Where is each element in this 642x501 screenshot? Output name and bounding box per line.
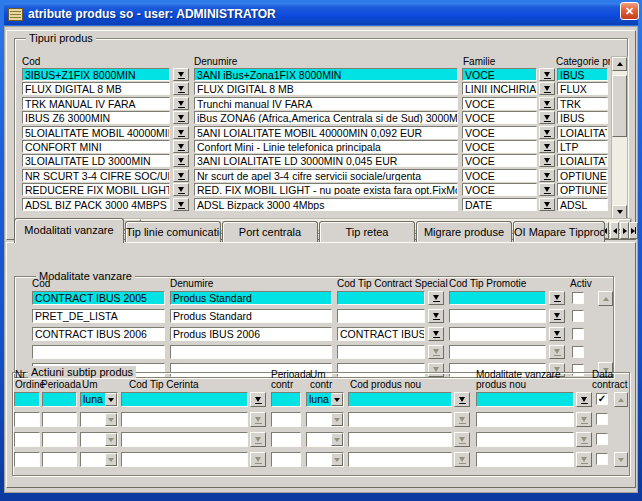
- perioada-contr-field[interactable]: [271, 412, 301, 427]
- modalitate-lov-button[interactable]: [576, 432, 592, 447]
- modalitate-lov-button[interactable]: [576, 452, 592, 467]
- um-contr-combobox[interactable]: luna: [306, 392, 344, 407]
- tab-modalitati-vanzare[interactable]: Modalitati vanzare: [14, 218, 124, 243]
- cod-field[interactable]: 3IBUS+Z1FIX 8000MIN: [22, 68, 170, 81]
- familie-field[interactable]: VOCE: [462, 126, 537, 139]
- modalitate-field[interactable]: [476, 432, 574, 447]
- contract-special-field[interactable]: CONTRACT IBUS: [337, 327, 425, 341]
- produs-nou-field[interactable]: [348, 392, 452, 407]
- cerinta-field[interactable]: [121, 432, 248, 447]
- cod-lov-button[interactable]: [173, 126, 189, 139]
- familie-field[interactable]: VOCE: [462, 183, 537, 196]
- familie-field[interactable]: VOCE: [462, 154, 537, 167]
- contract-special-field[interactable]: [337, 309, 425, 323]
- tab-oi-mapare-tipprod[interactable]: OI Mapare Tipprod: [513, 221, 605, 242]
- data-contract-checkbox[interactable]: [596, 433, 608, 445]
- combo-dropdown-button[interactable]: [105, 413, 117, 426]
- combo-dropdown-button[interactable]: [331, 453, 343, 466]
- nr-ordine-field[interactable]: [14, 392, 40, 407]
- categorie-field[interactable]: TRK: [557, 97, 608, 110]
- activ-checkbox[interactable]: [572, 328, 584, 340]
- familie-lov-button[interactable]: [539, 68, 555, 81]
- contract-lov-button[interactable]: [428, 327, 444, 341]
- combo-dropdown-button[interactable]: [331, 433, 343, 446]
- cerinta-field[interactable]: [121, 452, 248, 467]
- scroll-down-button[interactable]: [612, 205, 627, 219]
- scroll-up-button[interactable]: [612, 57, 627, 71]
- familie-field[interactable]: VOCE: [462, 97, 537, 110]
- um-combobox[interactable]: [80, 452, 118, 467]
- modalitate-field[interactable]: [476, 412, 574, 427]
- denumire-field[interactable]: ADSL Bizpack 3000 4Mbps: [194, 198, 458, 211]
- perioada-contr-field[interactable]: [271, 392, 301, 407]
- cod-field[interactable]: [32, 345, 165, 359]
- record-scroll-down-button[interactable]: [614, 452, 628, 467]
- categorie-field[interactable]: OPTIUNE: [557, 169, 608, 182]
- activ-checkbox[interactable]: [572, 310, 584, 322]
- denumire-field[interactable]: Confort Mini - Linie telefonica principa…: [194, 140, 458, 153]
- um-combobox[interactable]: [80, 412, 118, 427]
- um-contr-combobox[interactable]: [306, 412, 344, 427]
- combo-dropdown-button[interactable]: [331, 393, 343, 406]
- cod-field[interactable]: IBUS Z6 3000MIN: [22, 111, 170, 124]
- perioada-field[interactable]: [42, 452, 77, 467]
- scrollbar-thumb[interactable]: [612, 75, 627, 137]
- categorie-field[interactable]: IBUS: [557, 111, 608, 124]
- categorie-field[interactable]: FLUX: [557, 82, 608, 95]
- denumire-field[interactable]: FLUX DIGITAL 8 MB: [194, 82, 458, 95]
- cod-field[interactable]: REDUCERE FIX MOBIL LIGHT: [22, 183, 170, 196]
- data-contract-checkbox[interactable]: [596, 413, 608, 425]
- cod-lov-button[interactable]: [173, 183, 189, 196]
- combo-dropdown-button[interactable]: [331, 413, 343, 426]
- tab-tip-retea[interactable]: Tip retea: [319, 221, 415, 242]
- cod-field[interactable]: NR SCURT 3-4 CIFRE SOC/URG: [22, 169, 170, 182]
- promotie-lov-button[interactable]: [549, 291, 565, 305]
- denumire-field[interactable]: Produs Standard: [170, 291, 332, 305]
- familie-field[interactable]: VOCE: [462, 68, 537, 81]
- cod-field[interactable]: PRET_DE_LISTA: [32, 309, 165, 323]
- cod-lov-button[interactable]: [173, 82, 189, 95]
- categorie-field[interactable]: LOIALITATE: [557, 154, 608, 167]
- tab-scroll-prev-button[interactable]: [610, 222, 619, 239]
- familie-field[interactable]: VOCE: [462, 111, 537, 124]
- categorie-field[interactable]: LOIALITATE: [557, 126, 608, 139]
- contract-lov-button[interactable]: [428, 345, 444, 359]
- nr-ordine-field[interactable]: [14, 432, 40, 447]
- cod-lov-button[interactable]: [173, 198, 189, 211]
- cod-field[interactable]: FLUX DIGITAL 8 MB: [22, 82, 170, 95]
- perioada-contr-field[interactable]: [271, 432, 301, 447]
- familie-field[interactable]: DATE: [462, 198, 537, 211]
- cod-field[interactable]: CONTRACT IBUS 2006: [32, 327, 165, 341]
- cod-lov-button[interactable]: [173, 140, 189, 153]
- categorie-field[interactable]: LTP: [557, 140, 608, 153]
- produs-nou-lov-button[interactable]: [454, 452, 470, 467]
- cerinta-lov-button[interactable]: [250, 412, 266, 427]
- nr-ordine-field[interactable]: [14, 452, 40, 467]
- promotie-lov-button[interactable]: [549, 327, 565, 341]
- cod-field[interactable]: ADSL BIZ PACK 3000 4MBPS: [22, 198, 170, 211]
- perioada-contr-field[interactable]: [271, 452, 301, 467]
- familie-field[interactable]: VOCE: [462, 140, 537, 153]
- cerinta-lov-button[interactable]: [250, 392, 266, 407]
- denumire-field[interactable]: [170, 345, 332, 359]
- tab-scroll-next-button[interactable]: [620, 222, 629, 239]
- cod-field[interactable]: TRK MANUAL IV FARA: [22, 97, 170, 110]
- cerinta-lov-button[interactable]: [250, 432, 266, 447]
- cod-field[interactable]: CONFORT MINI: [22, 140, 170, 153]
- tab-port-centrala[interactable]: Port centrala: [222, 221, 318, 242]
- cod-lov-button[interactable]: [173, 68, 189, 81]
- cerinta-field[interactable]: [121, 412, 248, 427]
- familie-field[interactable]: VOCE: [462, 169, 537, 182]
- familie-lov-button[interactable]: [539, 97, 555, 110]
- denumire-field[interactable]: Produs IBUS 2006: [170, 327, 332, 341]
- produs-nou-lov-button[interactable]: [454, 392, 470, 407]
- produs-nou-field[interactable]: [348, 432, 452, 447]
- record-scroll-up-button[interactable]: [614, 392, 628, 407]
- familie-lov-button[interactable]: [539, 126, 555, 139]
- cod-field[interactable]: CONTRACT IBUS 2005: [32, 291, 165, 305]
- denumire-field[interactable]: Produs Standard: [170, 309, 332, 323]
- cerinta-field[interactable]: [121, 392, 248, 407]
- cerinta-lov-button[interactable]: [250, 452, 266, 467]
- contract-special-field[interactable]: [337, 291, 425, 305]
- title-bar[interactable]: atribute produs so - user: ADMINISTRATOR: [4, 3, 638, 25]
